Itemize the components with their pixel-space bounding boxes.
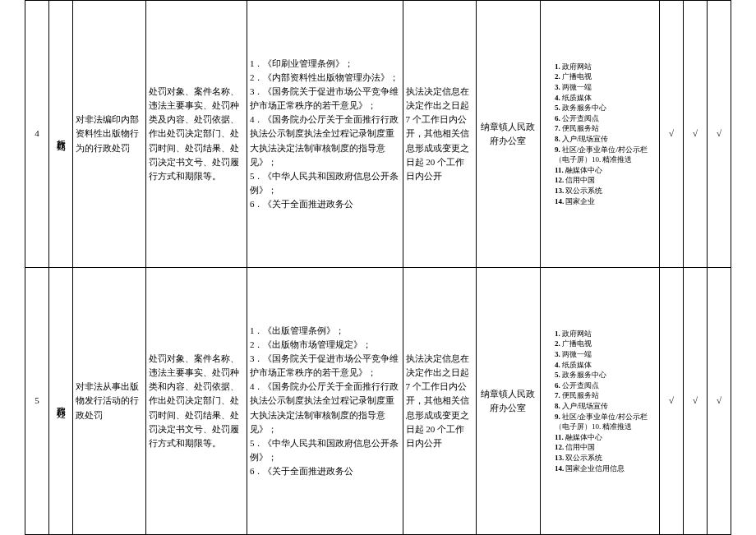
row-channels: 政府网站 广播电视 两微一端 纸质媒体 政务服务中心 公开查阅点 便民服务站 入… bbox=[540, 268, 659, 535]
row-index: 4 bbox=[25, 1, 49, 268]
row-org: 纳章镇人民政府办公室 bbox=[476, 268, 540, 535]
checkbox-1: √ bbox=[659, 268, 683, 535]
row-time: 执法决定信息在决定作出之日起 7 个工作日内公开，其他相关信息形成或变更之日起 … bbox=[403, 268, 476, 535]
channels-list: 政府网站 广播电视 两微一端 纸质媒体 政务服务中心 公开查阅点 便民服务站 入… bbox=[543, 62, 657, 206]
table-row: 4 行政处罚 对非法编印内部资料性出版物行为的行政处罚 处罚对象、案件名称、违法… bbox=[25, 1, 731, 268]
table-row: 5 政罚行处 对非法从事出版物发行活动的行政处罚 处罚对象、案件名称、违法主要事… bbox=[25, 268, 731, 535]
disclosure-table: 4 行政处罚 对非法编印内部资料性出版物行为的行政处罚 处罚对象、案件名称、违法… bbox=[25, 0, 731, 535]
row-desc: 处罚对象、案件名称、违法主要事实、处罚种类及内容、处罚依据、作出处罚决定部门、处… bbox=[146, 1, 247, 268]
channels-list: 政府网站 广播电视 两微一端 纸质媒体 政务服务中心 公开查阅点 便民服务站 入… bbox=[543, 329, 657, 473]
checkbox-1: √ bbox=[659, 1, 683, 268]
checkbox-2: √ bbox=[683, 268, 707, 535]
row-desc: 处罚对象、案件名称、违法主要事实、处罚种类和内容、处罚依据、作出处罚决定部门、处… bbox=[146, 268, 247, 535]
row-type: 政罚行处 bbox=[49, 268, 73, 535]
row-time: 执法决定信息在决定作出之日起 7 个工作日内公开，其他相关信息形成或变更之日起 … bbox=[403, 1, 476, 268]
checkbox-3: √ bbox=[707, 268, 731, 535]
row-basis: 1．《出版管理条例》； 2．《出版物市场管理规定》； 3．《国务院关于促进市场公… bbox=[247, 268, 403, 535]
row-index: 5 bbox=[25, 268, 49, 535]
row-channels: 政府网站 广播电视 两微一端 纸质媒体 政务服务中心 公开查阅点 便民服务站 入… bbox=[540, 1, 659, 268]
row-org: 纳章镇人民政府办公室 bbox=[476, 1, 540, 268]
checkbox-3: √ bbox=[707, 1, 731, 268]
checkbox-2: √ bbox=[683, 1, 707, 268]
row-basis: 1．《印刷业管理条例》； 2．《内部资料性出版物管理办法》； 3．《国务院关于促… bbox=[247, 1, 403, 268]
row-item: 对非法从事出版物发行活动的行政处罚 bbox=[73, 268, 146, 535]
row-item: 对非法编印内部资料性出版物行为的行政处罚 bbox=[73, 1, 146, 268]
row-type: 行政处罚 bbox=[49, 1, 73, 268]
